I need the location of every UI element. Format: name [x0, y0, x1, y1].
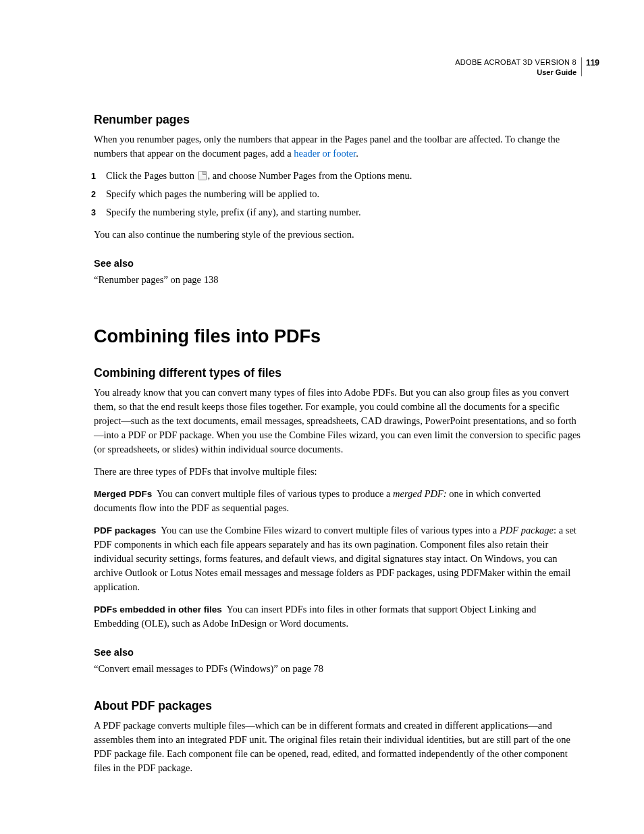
heading-combining-types: Combining different types of files: [94, 366, 583, 380]
combining-three-types: There are three types of PDFs that invol…: [94, 465, 583, 479]
step-1: Click the Pages button , and choose Numb…: [94, 169, 583, 183]
text: Click the Pages button: [106, 170, 197, 181]
heading-renumber-pages: Renumber pages: [94, 113, 583, 127]
see-also-item: “Renumber pages” on page 138: [94, 273, 583, 287]
step-3: Specify the numbering style, prefix (if …: [94, 205, 583, 219]
page-number: 119: [581, 57, 599, 76]
renumber-steps: Click the Pages button , and choose Numb…: [94, 169, 583, 219]
pdfs-embedded-para: PDFs embedded in other files You can ins…: [94, 602, 583, 631]
merged-pdfs-para: Merged PDFs You can convert multiple fil…: [94, 487, 583, 515]
see-also-heading-2: See also: [94, 647, 583, 658]
header-product: ADOBE ACROBAT 3D VERSION 8: [455, 57, 583, 68]
page-header: ADOBE ACROBAT 3D VERSION 8 119 User Guid…: [94, 57, 583, 78]
heading-combining-files: Combining files into PDFs: [94, 326, 583, 347]
see-also-item-2: “Convert email messages to PDFs (Windows…: [94, 662, 583, 676]
runin-pdfs-embedded: PDFs embedded in other files: [94, 604, 222, 615]
step-2: Specify which pages the numbering will b…: [94, 187, 583, 201]
text: .: [356, 148, 358, 159]
renumber-note: You can also continue the numbering styl…: [94, 228, 583, 242]
renumber-intro: When you renumber pages, only the number…: [94, 132, 583, 161]
runin-merged-pdfs: Merged PDFs: [94, 489, 152, 499]
italic-pdf-package: PDF package: [500, 525, 554, 536]
pages-button-icon: [198, 171, 207, 180]
pdf-packages-para: PDF packages You can use the Combine Fil…: [94, 523, 583, 594]
header-doc: User Guide: [94, 68, 583, 78]
text: , and choose Number Pages from the Optio…: [208, 170, 412, 181]
text: You can convert multiple files of variou…: [157, 488, 393, 499]
link-header-or-footer[interactable]: header or footer: [294, 148, 356, 159]
see-also-heading: See also: [94, 258, 583, 269]
runin-pdf-packages: PDF packages: [94, 525, 156, 536]
italic-merged-pdf: merged PDF:: [393, 488, 447, 499]
text: You can use the Combine Files wizard to …: [161, 525, 500, 536]
page-content: ADOBE ACROBAT 3D VERSION 8 119 User Guid…: [0, 0, 644, 824]
heading-about-pdf-packages: About PDF packages: [94, 699, 583, 713]
combining-intro: You already know that you can convert ma…: [94, 386, 583, 457]
about-pdf-packages-para: A PDF package converts multiple files—wh…: [94, 719, 583, 775]
